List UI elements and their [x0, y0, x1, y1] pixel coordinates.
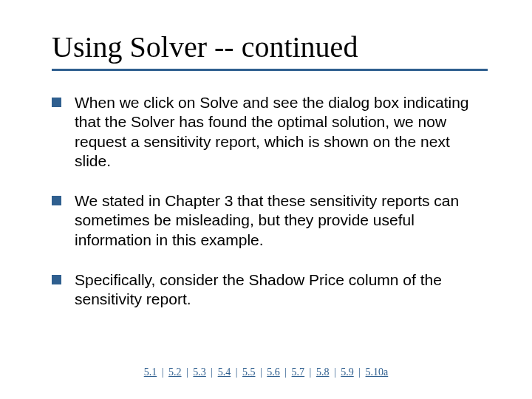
square-bullet-icon: [52, 196, 61, 205]
list-item: We stated in Chapter 3 that these sensit…: [52, 191, 488, 250]
title-underline: [52, 69, 488, 71]
page-title: Using Solver -- continued: [52, 30, 488, 64]
footer-link[interactable]: 5.10a: [366, 366, 389, 378]
separator: |: [332, 366, 338, 378]
bullet-text: We stated in Chapter 3 that these sensit…: [75, 191, 488, 250]
separator: |: [184, 366, 191, 378]
list-item: When we click on Solve and see the dialo…: [52, 93, 488, 171]
footer-link[interactable]: 5.1: [144, 366, 157, 378]
slide: Using Solver -- continued When we click …: [0, 0, 532, 399]
separator: |: [208, 366, 215, 378]
separator: |: [307, 366, 314, 378]
square-bullet-icon: [52, 98, 61, 107]
footer-link[interactable]: 5.2: [168, 366, 182, 378]
separator: |: [282, 366, 289, 378]
footer-link[interactable]: 5.5: [242, 366, 256, 378]
separator: |: [356, 366, 363, 378]
bullet-text: Specifically, consider the Shadow Price …: [75, 270, 488, 310]
separator: |: [160, 366, 166, 378]
footer-link[interactable]: 5.6: [267, 366, 280, 378]
square-bullet-icon: [52, 275, 61, 284]
footer-link[interactable]: 5.8: [316, 366, 330, 378]
footer-link[interactable]: 5.4: [218, 366, 231, 378]
separator: |: [258, 366, 265, 378]
list-item: Specifically, consider the Shadow Price …: [52, 270, 488, 310]
footer-link[interactable]: 5.3: [193, 366, 206, 378]
footer-nav: 5.1 | 5.2 | 5.3 | 5.4 | 5.5 | 5.6 | 5.7 …: [0, 366, 532, 378]
footer-link[interactable]: 5.7: [292, 366, 305, 378]
separator: |: [233, 366, 240, 378]
bullet-list: When we click on Solve and see the dialo…: [52, 93, 488, 309]
bullet-text: When we click on Solve and see the dialo…: [75, 93, 488, 171]
footer-link[interactable]: 5.9: [341, 366, 354, 378]
